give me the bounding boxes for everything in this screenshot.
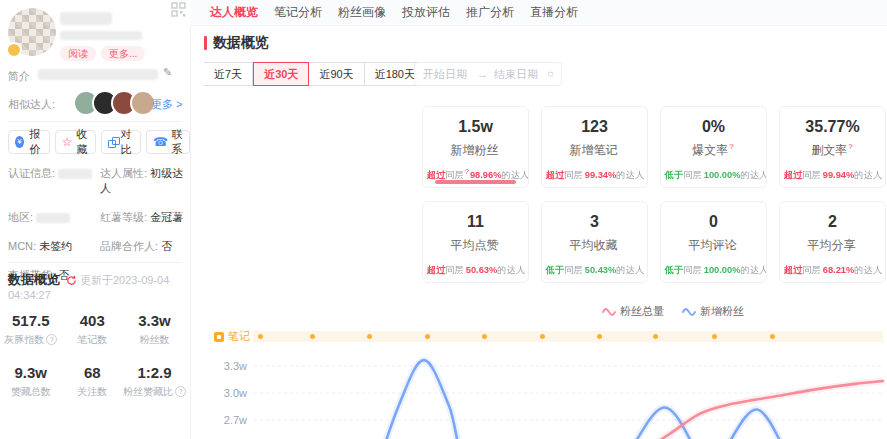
action-button[interactable]: 联系 bbox=[146, 130, 190, 154]
stat-label: 粉丝数 bbox=[123, 333, 186, 347]
range-segment-button[interactable]: 近90天 bbox=[309, 62, 364, 86]
stat-value: 3.3w bbox=[123, 312, 186, 329]
info-label: 品牌合作人: bbox=[100, 240, 158, 252]
category-tag[interactable]: 阅读 bbox=[60, 46, 96, 61]
info-label: MCN: bbox=[8, 240, 36, 252]
price-tag-icon bbox=[15, 136, 24, 148]
tab[interactable]: 达人概览 bbox=[210, 4, 258, 21]
info-label: 达人属性: bbox=[100, 167, 147, 179]
legend-label: 粉丝总量 bbox=[620, 304, 664, 319]
start-date-input[interactable] bbox=[423, 68, 471, 80]
info-value: 金冠薯 bbox=[150, 211, 183, 223]
info-value: 否 bbox=[161, 240, 172, 252]
main-panel: 达人概览笔记分析粉丝画像投放评估推广分析直播分析 数据概览 近7天近30天近90… bbox=[190, 0, 887, 439]
user-id-redacted bbox=[60, 31, 142, 40]
tab[interactable]: 笔记分析 bbox=[274, 4, 322, 21]
edit-pencil-icon[interactable]: ✎ bbox=[163, 66, 172, 79]
arrow-right-icon: → bbox=[477, 68, 488, 80]
similar-more-link[interactable]: 更多 > bbox=[151, 97, 183, 112]
question-circle-icon[interactable] bbox=[175, 386, 186, 397]
stat-card-label: 新增粉丝 bbox=[423, 142, 528, 159]
notes-timeline-strip bbox=[253, 331, 883, 342]
tab[interactable]: 投放评估 bbox=[402, 4, 450, 21]
section-title-text: 数据概览 bbox=[213, 34, 269, 52]
wave-icon bbox=[682, 307, 696, 317]
stat-card[interactable]: 11 平均点赞 超过同层50.63%的达人 bbox=[422, 201, 529, 283]
stat-card[interactable]: 3 平均收藏 低于同层50.43%的达人 bbox=[541, 201, 648, 283]
tab-bar: 达人概览笔记分析粉丝画像投放评估推广分析直播分析 bbox=[190, 0, 887, 26]
info-value: 未签约 bbox=[39, 240, 72, 252]
svg-text:2.7w: 2.7w bbox=[224, 414, 247, 426]
legend-item[interactable]: 粉丝总量 bbox=[602, 304, 664, 319]
range-segment-button[interactable]: 近7天 bbox=[204, 62, 253, 86]
stat-card[interactable]: 35.77% 删文率? 超过同层99.94%的达人 bbox=[779, 106, 886, 188]
stat-value: 1:2.9 bbox=[123, 364, 186, 381]
sidebar-overview-header: 数据概览更新于2023-09-04 04:34:27 bbox=[8, 272, 184, 303]
stat-card-comparison: 超过同层50.63%的达人 bbox=[427, 263, 525, 277]
chart-legend: 粉丝总量 新增粉丝 bbox=[602, 304, 744, 319]
action-button[interactable]: 收藏 bbox=[55, 130, 96, 154]
divider bbox=[8, 121, 182, 122]
sidebar-stat: 403 笔记数 bbox=[62, 312, 124, 347]
profile-info-cell: 达人属性: 初级达人 bbox=[100, 166, 186, 196]
stat-card[interactable]: 0 平均评论 低于同层100.00%的达人 bbox=[660, 201, 767, 283]
profile-info-cell: 地区: bbox=[8, 210, 100, 225]
refresh-icon[interactable] bbox=[66, 275, 77, 286]
sidebar-stat: 3.3w 粉丝数 bbox=[123, 312, 186, 347]
stat-cards-row-1: 1.5w 新增粉丝 超过同层?98.96%的达人 123 新增笔记 超过同层99… bbox=[422, 106, 886, 188]
sidebar-stat: 1:2.9 粉丝赞藏比 bbox=[123, 364, 186, 399]
note-dot bbox=[653, 334, 658, 339]
stat-label: 关注数 bbox=[62, 385, 124, 399]
action-button[interactable]: 对比 bbox=[101, 130, 141, 154]
note-dot bbox=[540, 334, 545, 339]
stat-card-label: 删文率? bbox=[780, 142, 885, 159]
chevron-right-icon: > bbox=[176, 98, 182, 110]
action-button-label: 对比 bbox=[118, 127, 134, 157]
sidebar-stats-grid: 517.5 灰豚指数 403 笔记数 3.3w 粉丝数 9.3w 赞藏总数 bbox=[0, 312, 186, 399]
calendar-icon[interactable] bbox=[548, 68, 553, 80]
stat-card[interactable]: 1.5w 新增粉丝 超过同层?98.96%的达人 bbox=[422, 106, 529, 188]
note-dot bbox=[425, 334, 430, 339]
stat-card-comparison: 超过同层99.94%的达人 bbox=[784, 168, 882, 182]
profile-info-grid: 认证信息: 达人属性: 初级达人 地区: 红薯等级: 金冠薯 bbox=[8, 166, 186, 283]
stat-label: 赞藏总数 bbox=[0, 385, 62, 399]
stat-card-value: 3 bbox=[542, 213, 647, 231]
stat-label: 粉丝赞藏比 bbox=[123, 385, 186, 399]
help-question-icon[interactable]: ? bbox=[729, 142, 733, 151]
help-question-icon[interactable]: ? bbox=[465, 168, 469, 176]
legend-item[interactable]: 新增粉丝 bbox=[682, 304, 744, 319]
action-button-label: 收藏 bbox=[76, 127, 89, 157]
stat-card[interactable]: 0% 爆文率? 低于同层100.00%的达人 bbox=[660, 106, 767, 188]
action-button[interactable]: 报价 bbox=[8, 130, 50, 154]
stat-card-comparison: 低于同层50.43%的达人 bbox=[546, 263, 644, 277]
date-range-segments: 近7天近30天近90天近180天 bbox=[204, 62, 426, 86]
category-tag[interactable]: 更多... bbox=[101, 46, 145, 61]
stat-card[interactable]: 2 平均分享 超过同层68.21%的达人 bbox=[779, 201, 886, 283]
stat-value: 517.5 bbox=[0, 312, 62, 329]
tab[interactable]: 推广分析 bbox=[466, 4, 514, 21]
end-date-input[interactable] bbox=[494, 68, 542, 80]
category-tags: 阅读更多... bbox=[60, 46, 145, 61]
star-icon bbox=[62, 135, 73, 149]
stat-card-value: 2 bbox=[780, 213, 885, 231]
tab[interactable]: 粉丝画像 bbox=[338, 4, 386, 21]
section-title-bar bbox=[204, 36, 207, 50]
stat-card[interactable]: 123 新增笔记 超过同层99.34%的达人 bbox=[541, 106, 648, 188]
intro-label: 简介 bbox=[8, 69, 30, 84]
stat-card-value: 35.77% bbox=[780, 118, 885, 136]
stat-label: 笔记数 bbox=[62, 333, 124, 347]
tab[interactable]: 直播分析 bbox=[530, 4, 578, 21]
qr-code-icon[interactable] bbox=[171, 2, 186, 17]
question-circle-icon[interactable] bbox=[46, 334, 57, 345]
range-segment-button[interactable]: 近30天 bbox=[253, 62, 309, 86]
compare-icon bbox=[108, 137, 115, 147]
stat-card-value: 123 bbox=[542, 118, 647, 136]
stat-label: 灰豚指数 bbox=[0, 333, 62, 347]
date-range-picker[interactable]: → bbox=[414, 62, 562, 86]
stat-card-value: 1.5w bbox=[423, 118, 528, 136]
help-question-icon[interactable]: ? bbox=[848, 142, 852, 151]
action-buttons: 报价 收藏 对比 联系 bbox=[8, 130, 190, 154]
note-square-icon bbox=[214, 332, 224, 342]
sidebar-overview-title: 数据概览 bbox=[8, 272, 60, 287]
avatar-level-badge-icon bbox=[6, 42, 22, 58]
